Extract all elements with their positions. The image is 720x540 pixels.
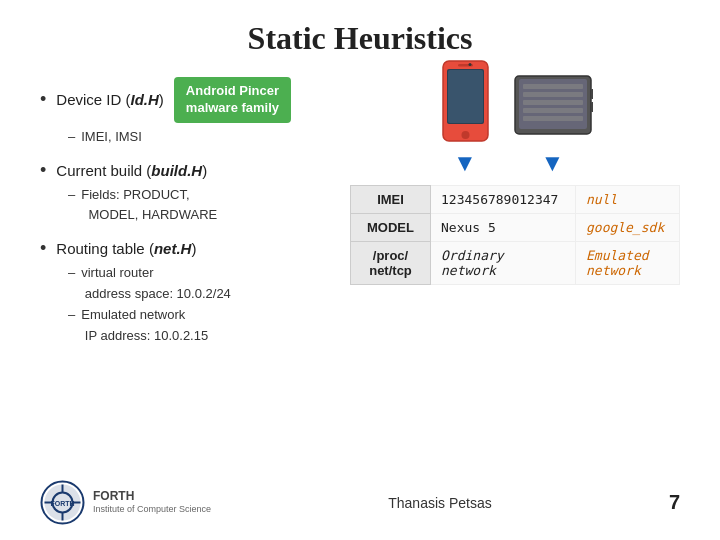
svg-rect-8 [523,84,583,89]
comparison-table: IMEI 123456789012347 null MODEL Nexus 5 … [350,185,680,285]
content-area: • Device ID (Id.H) Android Pincermalware… [40,77,680,358]
footer-page-number: 7 [669,491,680,514]
bullet-dot-2: • [40,160,46,181]
bullet-device-id: • Device ID (Id.H) Android Pincermalware… [40,77,340,148]
bullet-main-build: • Current build (build.H) [40,160,340,181]
sub-text-virtual-router: virtual router address space: 10.0.2/24 [81,263,231,305]
bullet-routing-table: • Routing table (net.H) – virtual router… [40,238,340,346]
phones-row: ▼ [350,77,680,177]
svg-rect-2 [448,70,483,123]
blue-arrow-real: ▼ [453,149,477,177]
phone-real-container: ▼ [438,59,493,177]
logo-sub-text: Institute of Computer Science [93,504,211,516]
right-column: ▼ [350,77,680,358]
svg-point-5 [468,63,471,66]
svg-rect-11 [523,108,583,113]
slide: Static Heuristics • Device ID (Id.H) And… [0,0,720,540]
android-phone-icon [438,59,493,149]
slide-title: Static Heuristics [40,20,680,57]
svg-rect-12 [523,116,583,121]
imei-real-value: 123456789012347 [431,186,576,214]
bullet-text-build: Current build (build.H) [56,162,207,179]
sub-text-emulated-network: Emulated network IP address: 10.0.2.15 [81,305,208,347]
footer-presenter: Thanasis Petsas [388,495,492,511]
svg-point-3 [461,131,469,139]
model-emulated-value: google_sdk [575,214,679,242]
table-row-imei: IMEI 123456789012347 null [351,186,680,214]
sub-bullets-routing: – virtual router address space: 10.0.2/2… [68,263,340,346]
left-column: • Device ID (Id.H) Android Pincermalware… [40,77,340,358]
sub-item-virtual-router: – virtual router address space: 10.0.2/2… [68,263,340,305]
svg-rect-14 [591,102,593,112]
table-wrapper: IMEI 123456789012347 null MODEL Nexus 5 … [350,185,680,358]
forth-logo-icon: FORTH [40,480,85,525]
tablet-emulated-container: ▼ [513,74,593,177]
android-pincer-badge: Android Pincermalware family [174,77,291,123]
svg-text:FORTH: FORTH [50,500,74,507]
sub-text-fields: Fields: PRODUCT, MODEL, HARDWARE [81,185,217,227]
nettcp-emulated-value: Emulatednetwork [575,242,679,285]
model-real-value: Nexus 5 [431,214,576,242]
svg-rect-9 [523,92,583,97]
footer: FORTH FORTH Institute of Computer Scienc… [0,480,720,525]
table-row-model: MODEL Nexus 5 google_sdk [351,214,680,242]
imei-emulated-value: null [575,186,679,214]
sub-bullets-device-id: – IMEI, IMSI [68,127,340,148]
sub-text-imei: IMEI, IMSI [81,127,142,148]
bullet-main-device-id: • Device ID (Id.H) Android Pincermalware… [40,77,340,123]
blue-arrow-emulated: ▼ [541,149,565,177]
svg-rect-13 [591,89,593,99]
label-imei: IMEI [351,186,431,214]
table-row-nettcp: /proc/net/tcp Ordinarynetwork Emulatedne… [351,242,680,285]
svg-rect-10 [523,100,583,105]
bullet-dot-3: • [40,238,46,259]
bullet-main-routing: • Routing table (net.H) [40,238,340,259]
logo-main-text: FORTH [93,489,211,505]
sub-item-emulated-network: – Emulated network IP address: 10.0.2.15 [68,305,340,347]
footer-logo-text: FORTH Institute of Computer Science [93,489,211,516]
label-nettcp: /proc/net/tcp [351,242,431,285]
sub-bullets-build: – Fields: PRODUCT, MODEL, HARDWARE [68,185,340,227]
nettcp-real-value: Ordinarynetwork [431,242,576,285]
sub-item-imei: – IMEI, IMSI [68,127,340,148]
sub-item-fields: – Fields: PRODUCT, MODEL, HARDWARE [68,185,340,227]
footer-logo-area: FORTH FORTH Institute of Computer Scienc… [40,480,211,525]
bullet-text-routing: Routing table (net.H) [56,240,196,257]
bullet-current-build: • Current build (build.H) – Fields: PROD… [40,160,340,227]
tablet-icon [513,74,593,149]
bullet-text-device-id: Device ID (Id.H) [56,91,164,108]
bullet-dot-1: • [40,89,46,110]
label-model: MODEL [351,214,431,242]
